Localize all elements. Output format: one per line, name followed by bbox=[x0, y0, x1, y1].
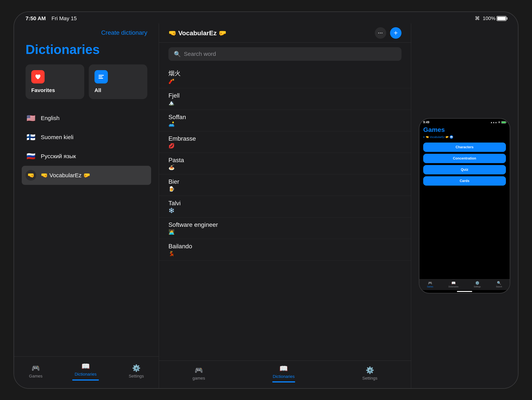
center-settings-icon: ⚙️ bbox=[366, 366, 374, 374]
more-options-button[interactable]: ··· bbox=[375, 27, 386, 39]
center-tab-games[interactable]: 🎮 games bbox=[192, 366, 205, 381]
search-bar[interactable]: 🔍 Search word bbox=[168, 47, 401, 61]
sidebar-tab-settings[interactable]: ⚙️ Settings bbox=[125, 362, 148, 381]
word-emoji: 🧨 bbox=[168, 78, 401, 84]
center-games-label: games bbox=[192, 376, 205, 381]
word-text: Soffan bbox=[168, 114, 401, 121]
word-emoji: 💃 bbox=[168, 251, 401, 256]
svg-rect-1 bbox=[99, 76, 102, 77]
phone-games-tab-icon: 🎮 bbox=[428, 281, 432, 285]
create-dictionary-button[interactable]: Create dictionary bbox=[101, 27, 147, 38]
phone-mockup: 9:49 ▲▲▲ ⌘ Games ▾ 🤜 VocabularEz 🤛 bbox=[419, 118, 510, 293]
center-dicts-label: Dictionaries bbox=[273, 374, 295, 379]
word-text: Software engineer bbox=[168, 221, 401, 228]
word-text: Fjell bbox=[168, 92, 401, 99]
phone-signal-icon: ▲▲▲ bbox=[490, 121, 497, 124]
phone-games-tab-label: Games bbox=[427, 286, 433, 288]
sidebar-tab-dictionaries[interactable]: 📖 Dictionaries bbox=[68, 360, 103, 382]
sidebar-tab-bar: 🎮 Games 📖 Dictionaries ⚙️ Settings bbox=[14, 356, 159, 388]
word-item-pasta[interactable]: Pasta 🍝 bbox=[159, 153, 411, 174]
phone-tab-dictionaries[interactable]: 📖 Dictionaries bbox=[449, 281, 458, 288]
favorites-label: Favorites bbox=[31, 87, 55, 93]
phone-wifi-icon: ⌘ bbox=[498, 121, 500, 124]
phone-tab-games[interactable]: 🎮 Games bbox=[427, 281, 433, 288]
characters-button[interactable]: Characters bbox=[423, 143, 506, 152]
word-item-embrasse[interactable]: Embrasse 💋 bbox=[159, 131, 411, 153]
word-item-soffan[interactable]: Soffan 🛋️ bbox=[159, 110, 411, 131]
center-title: 🤜 VocabularEz 🤛 bbox=[168, 29, 226, 37]
lang-name-russian: Русский язык bbox=[41, 153, 76, 159]
word-emoji: 🍺 bbox=[168, 186, 401, 192]
word-item-yanhuo[interactable]: 烟火 🧨 bbox=[159, 65, 411, 88]
wifi-icon: ⌘ bbox=[475, 15, 480, 21]
word-text: Embrasse bbox=[168, 135, 401, 142]
more-icon: ··· bbox=[378, 30, 383, 36]
status-date: Fri May 15 bbox=[51, 15, 76, 22]
tab-active-indicator bbox=[72, 379, 99, 381]
language-list: 🇺🇸 English 🇫🇮 Suomen kieli 🇷🇺 Русский яз… bbox=[14, 109, 159, 356]
phone-battery-fill bbox=[502, 121, 506, 123]
word-item-bailando[interactable]: Bailando 💃 bbox=[159, 239, 411, 260]
word-emoji: 🛋️ bbox=[168, 121, 401, 127]
settings-tab-label: Settings bbox=[129, 374, 144, 379]
phone-dicts-tab-icon: 📖 bbox=[451, 281, 456, 285]
phone-dict-name: 🤜 VocabularEz 🤛 bbox=[426, 135, 449, 139]
settings-tab-icon: ⚙️ bbox=[132, 364, 141, 372]
language-item-english[interactable]: 🇺🇸 English bbox=[22, 109, 151, 128]
dict-cards: Favorites All bbox=[14, 64, 159, 109]
word-emoji: 🍝 bbox=[168, 165, 401, 170]
phone-tab-settings[interactable]: ⚙️ Settings bbox=[474, 281, 481, 288]
word-text: Pasta bbox=[168, 157, 401, 164]
center-games-icon: 🎮 bbox=[195, 366, 203, 374]
favorites-icon bbox=[31, 70, 44, 83]
cards-button[interactable]: Cards bbox=[423, 176, 506, 186]
phone-dict-icon: 📖 bbox=[450, 135, 453, 139]
dictionaries-tab-label: Dictionaries bbox=[75, 372, 97, 377]
sidebar-tab-games[interactable]: 🎮 Games bbox=[25, 362, 46, 381]
phone-search-tab-icon: 🔍 bbox=[497, 281, 501, 285]
phone-settings-tab-label: Settings bbox=[474, 286, 481, 288]
word-text: Bailando bbox=[168, 243, 401, 250]
center-tab-indicator bbox=[272, 381, 295, 382]
word-text: Bier bbox=[168, 178, 401, 185]
center-tab-dictionaries[interactable]: 📖 Dictionaries bbox=[272, 365, 295, 382]
all-label: All bbox=[95, 87, 101, 93]
word-item-software-engineer[interactable]: Software engineer 🧑‍💻 bbox=[159, 217, 411, 239]
center-dicts-icon: 📖 bbox=[279, 365, 288, 373]
favorites-card[interactable]: Favorites bbox=[25, 64, 84, 99]
word-text: 烟火 bbox=[168, 69, 401, 77]
language-item-finnish[interactable]: 🇫🇮 Suomen kieli bbox=[22, 128, 151, 147]
chevron-down-icon: ▾ bbox=[423, 135, 424, 139]
phone-search-tab-label: Search bbox=[496, 286, 502, 288]
concentration-button[interactable]: Concentration bbox=[423, 154, 506, 163]
phone-settings-tab-icon: ⚙️ bbox=[475, 281, 479, 285]
sidebar-header: Create dictionary bbox=[14, 23, 159, 42]
language-item-vocabularez[interactable]: 🤜 🤜 VocabularEz 🤛 bbox=[22, 166, 151, 185]
phone-time: 9:49 bbox=[423, 121, 429, 124]
search-icon: 🔍 bbox=[174, 51, 181, 57]
device-frame: 7:50 AM Fri May 15 ⌘ 100% Create diction… bbox=[13, 12, 519, 389]
word-emoji: 💋 bbox=[168, 143, 401, 149]
lang-name-english: English bbox=[41, 115, 59, 121]
phone-tab-search[interactable]: 🔍 Search bbox=[496, 281, 502, 288]
add-icon: + bbox=[394, 30, 398, 36]
word-emoji: 🏔️ bbox=[168, 100, 401, 106]
center-tab-settings[interactable]: ⚙️ Settings bbox=[362, 366, 377, 381]
word-item-talvi[interactable]: Talvi ❄️ bbox=[159, 196, 411, 217]
quiz-button[interactable]: Quiz bbox=[423, 165, 506, 174]
word-item-fjell[interactable]: Fjell 🏔️ bbox=[159, 88, 411, 110]
all-card[interactable]: All bbox=[89, 64, 147, 99]
phone-games-title: Games bbox=[423, 126, 506, 133]
phone-dict-selector[interactable]: ▾ 🤜 VocabularEz 🤛 📖 bbox=[423, 135, 506, 139]
language-item-russian[interactable]: 🇷🇺 Русский язык bbox=[22, 147, 151, 166]
phone-home-indicator bbox=[457, 291, 472, 292]
center-tab-bar: 🎮 games 📖 Dictionaries ⚙️ Settings bbox=[159, 361, 411, 388]
battery-shape bbox=[497, 16, 507, 21]
phone-content: Games ▾ 🤜 VocabularEz 🤛 📖 Characters Con… bbox=[419, 125, 510, 279]
svg-rect-0 bbox=[99, 75, 104, 76]
add-word-button[interactable]: + bbox=[390, 27, 401, 39]
word-item-bier[interactable]: Bier 🍺 bbox=[159, 174, 411, 196]
lang-name-finnish: Suomen kieli bbox=[41, 134, 74, 140]
phone-mockup-wrapper: 9:49 ▲▲▲ ⌘ Games ▾ 🤜 VocabularEz 🤛 bbox=[411, 23, 518, 388]
flag-vocabularez: 🤜 bbox=[25, 170, 36, 181]
